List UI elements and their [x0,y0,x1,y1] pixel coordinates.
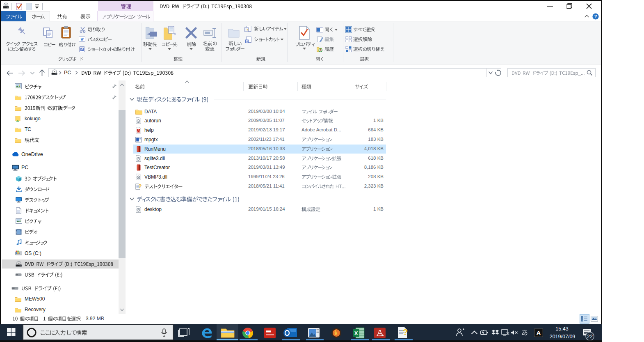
svg-text:W: W [80,37,84,41]
svg-text:X: X [354,330,358,336]
svg-text:A: A [537,329,541,336]
svg-text:?: ? [139,183,142,189]
svg-text:?: ? [594,14,597,19]
svg-text:22: 22 [587,334,593,340]
svg-text:?: ? [403,328,408,337]
